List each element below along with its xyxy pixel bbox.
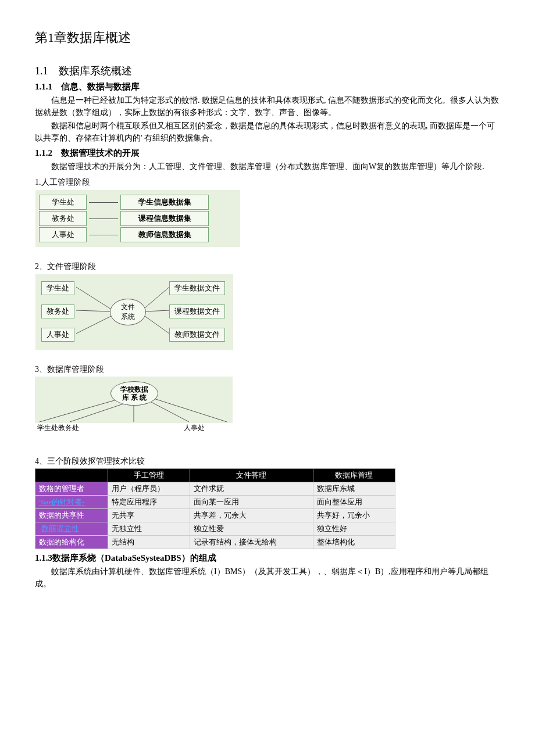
svg-line-7 xyxy=(70,403,125,422)
table-cell: 共享好，冗余小 xyxy=(313,509,395,522)
paragraph: 蚊据库系统由计算机硬件、数据库管理系统（I）BMS）（及其开发工具），、弱据库＜… xyxy=(35,565,500,590)
diagram-box: 课程数据文件 xyxy=(169,304,225,318)
table-cell: 面向某一应用 xyxy=(190,496,313,509)
table-row-header: %ae的针对者- xyxy=(35,496,108,509)
paragraph: 数据管理技术的开展分为：人工管理、文件管理、数据库管理（分布式数据库管理、面向W… xyxy=(35,160,500,173)
diagram-box: 人事处 xyxy=(39,227,87,242)
table-header xyxy=(35,469,108,482)
table-cell: 共享差，冗余大 xyxy=(190,509,313,522)
svg-line-0 xyxy=(76,287,111,309)
svg-line-10 xyxy=(154,399,227,422)
svg-line-5 xyxy=(145,316,169,334)
table-row: 数据的给构化无结构记录有结构，接体无给构整体培构化 xyxy=(35,536,395,549)
diagram-db-stage: 学校数据 库 系 统 学生处教务处 人事处 xyxy=(35,377,233,433)
svg-line-2 xyxy=(76,316,111,334)
table-cell: 数据库东城 xyxy=(313,482,395,496)
table-header: 数据库首理 xyxy=(313,469,395,482)
table-row: %ae的针对者-特定应用程序面向某一应用面向整体应用 xyxy=(35,496,395,509)
section-1-1-1: 1.1.1 信息、数据与数据库 xyxy=(35,81,500,92)
table-cell: 特定应用程序 xyxy=(108,496,190,509)
diagram-file-stage: 学生处教务处人事处学生数据文件课程数据文件教师数据文件文件 系统 xyxy=(35,274,234,350)
table-cell: 无共享 xyxy=(108,509,190,522)
diagram-box: 课程信息数据集 xyxy=(120,211,209,226)
stage-3-label: 3、数据库管理阶段 xyxy=(35,363,500,375)
svg-line-9 xyxy=(151,402,189,422)
svg-line-1 xyxy=(76,310,110,311)
diagram-box: 教务处 xyxy=(41,304,74,318)
page: 第1章数据库概述 1.1 数据库系统概述 1.1.1 信息、数据与数据库 信息是… xyxy=(35,29,500,590)
diagram-box: 教师信息数据集 xyxy=(120,227,209,242)
section-1-1-3: 1.1.3数据庠系烧（DatabaSeSysteaDBS）的组成 xyxy=(35,553,500,564)
table-cell: 用户（程序员） xyxy=(108,482,190,496)
diagram-center-node: 文件 系统 xyxy=(110,299,146,325)
diagram-box: 学生处 xyxy=(41,281,74,295)
diagram-box: 人事处 xyxy=(41,328,74,342)
table-header: 手工管理 xyxy=(108,469,190,482)
table-row: 数格的管理者用户（程序员）文件求妩数据库东城 xyxy=(35,482,395,496)
connector-line xyxy=(89,202,118,203)
stage-1-label: 1.人工管理阶段 xyxy=(35,176,500,188)
section-1-1: 1.1 数据库系统概述 xyxy=(35,64,500,78)
table-cell: 无结构 xyxy=(108,536,190,549)
table-row-header: 数据的共享性 xyxy=(35,509,108,522)
table-cell: 整体培构化 xyxy=(313,536,395,549)
section-1-1-2: 1.1.2 数据管理技术的开展 xyxy=(35,148,500,159)
table-cell: 记录有结构，接体无给构 xyxy=(190,536,313,549)
diagram-label: 学生处教务处 xyxy=(37,423,79,433)
svg-line-6 xyxy=(40,400,116,422)
stage-4-label: 4、三个阶段效抠管理技术比较 xyxy=(35,455,500,467)
table-cell: 无独立性 xyxy=(108,522,190,536)
diagram-label: 人事处 xyxy=(184,423,205,433)
paragraph: 信息是一种已经被加工为特定形式的蚊憎. 败据足信息的技体和具体表现形式, 信息不… xyxy=(35,94,500,119)
table-cell: 独立性好 xyxy=(313,522,395,536)
diagram-center-node: 学校数据 库 系 统 xyxy=(110,381,158,406)
stage-2-label: 2、文件管理阶段 xyxy=(35,260,500,273)
table-row-header: 数据的给构化 xyxy=(35,536,108,549)
connector-line xyxy=(89,235,118,235)
paragraph: 数据和信息时两个棍互联系但又相互区别的爱念，数据是信息的具体表现彩式，信息时数据… xyxy=(35,120,500,144)
table-row-header: -数丽谣立性 xyxy=(35,522,108,536)
table-cell: 面向整体应用 xyxy=(313,496,395,509)
table-row: 数据的共享性无共享共享差，冗余大共享好，冗余小 xyxy=(35,509,395,522)
table-cell: 独立性爱 xyxy=(190,522,313,536)
diagram-box: 学生数据文件 xyxy=(169,281,225,295)
chapter-title: 第1章数据库概述 xyxy=(35,29,500,46)
table-cell: 文件求妩 xyxy=(190,482,313,496)
table-row-header: 数格的管理者 xyxy=(35,482,108,496)
diagram-manual-stage: 学生处学生信息数据集教务处课程信息数据集人事处教师信息数据集 xyxy=(35,189,241,248)
comparison-table: 手工管理文件答理数据库首理数格的管理者用户（程序员）文件求妩数据库东城%ae的针… xyxy=(35,468,395,549)
svg-line-3 xyxy=(145,287,169,308)
diagram-box: 教师数据文件 xyxy=(169,328,225,342)
diagram-box: 教务处 xyxy=(39,211,87,226)
svg-line-4 xyxy=(146,310,169,311)
connector-line xyxy=(89,218,118,219)
table-header: 文件答理 xyxy=(190,469,313,482)
table-row: -数丽谣立性无独立性独立性爱独立性好 xyxy=(35,522,395,536)
diagram-box: 学生处 xyxy=(39,195,87,210)
diagram-box: 学生信息数据集 xyxy=(120,195,209,210)
